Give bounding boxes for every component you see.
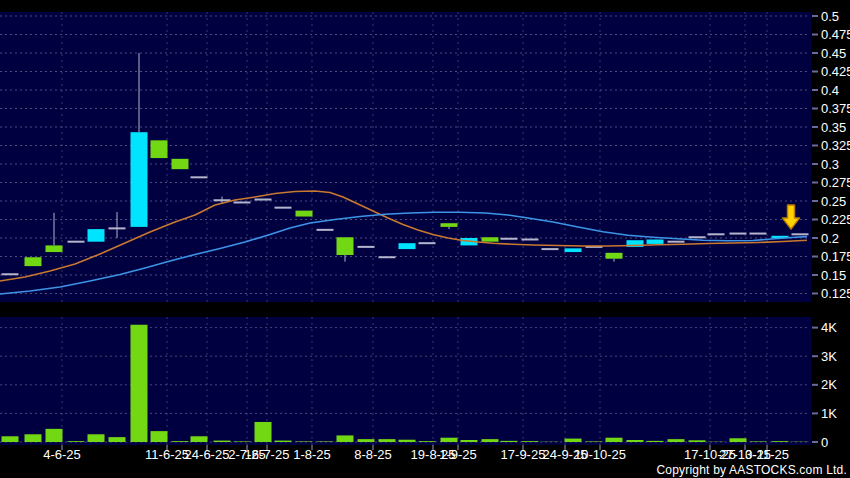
volume-bar: [68, 441, 85, 442]
candle-doji: [68, 241, 85, 243]
candle-down: [172, 159, 189, 169]
volume-bar: [151, 431, 168, 442]
price-axis-label: 0.35: [821, 120, 846, 135]
date-label: 16-7-25: [245, 447, 290, 462]
volume-bar: [647, 441, 664, 442]
candle-down: [337, 237, 354, 255]
candle-up: [88, 229, 105, 242]
price-axis-label: 0.425: [821, 64, 850, 79]
candle-doji: [255, 199, 272, 201]
candle-doji: [234, 201, 251, 203]
candle-up: [399, 243, 416, 249]
date-label: 11-6-25: [145, 447, 189, 462]
candle-doji: [792, 233, 809, 235]
candle-down: [606, 253, 623, 259]
candle-up: [565, 248, 582, 252]
date-label: 1-9-25: [439, 447, 477, 462]
volume-bar: [730, 438, 747, 442]
price-axis-label: 0.275: [821, 175, 850, 190]
price-axis-label: 0.125: [821, 286, 850, 301]
volume-bar: [131, 325, 148, 442]
price-axis-label: 0.175: [821, 249, 850, 264]
volume-bar: [234, 441, 251, 442]
candle-doji: [191, 176, 208, 178]
volume-bar: [772, 441, 789, 442]
volume-bar: [358, 439, 375, 442]
volume-bar: [25, 434, 42, 442]
candle-doji: [419, 242, 436, 244]
candle-down: [441, 223, 458, 227]
volume-axis-label: 1K: [821, 406, 837, 421]
volume-bar: [172, 441, 189, 442]
date-label: 8-8-25: [354, 447, 392, 462]
volume-bar: [461, 440, 478, 442]
candle-up: [647, 239, 664, 243]
price-axis-label: 0.475: [821, 27, 850, 42]
volume-bar: [586, 441, 603, 442]
candle-doji: [542, 248, 559, 250]
volume-bar: [419, 441, 436, 442]
candle-doji: [275, 207, 292, 209]
volume-bar: [565, 439, 582, 442]
volume-bar: [2, 436, 19, 442]
volume-axis-label: 2K: [821, 377, 837, 392]
price-axis-label: 0.25: [821, 194, 846, 209]
candle-doji: [750, 233, 767, 235]
volume-bar: [255, 422, 272, 442]
date-label: 1-8-25: [293, 447, 331, 462]
volume-bar: [689, 440, 706, 442]
candle-doji: [317, 229, 334, 231]
volume-bar: [275, 441, 292, 442]
candle-doji: [522, 238, 539, 240]
candle-doji: [501, 238, 518, 240]
candle-down: [151, 140, 168, 158]
price-axis-label: 0.225: [821, 212, 850, 227]
date-label: 17-9-25: [501, 447, 546, 462]
price-axis-label: 0.15: [821, 268, 846, 283]
candle-down: [296, 211, 313, 217]
volume-bar: [482, 439, 499, 442]
candle-up: [131, 132, 148, 227]
volume-bar: [399, 440, 416, 442]
candle-doji: [358, 246, 375, 248]
volume-bar: [296, 441, 313, 442]
volume-bar: [337, 435, 354, 442]
candle-down: [482, 237, 499, 241]
candle-doji: [730, 233, 747, 235]
volume-bar: [606, 438, 623, 442]
date-label: 10-10-25: [574, 447, 626, 462]
price-axis-label: 0.45: [821, 46, 846, 61]
price-panel-bg: [0, 12, 811, 302]
stock-chart-canvas: 0.50.4750.450.4250.40.3750.350.3250.30.2…: [0, 0, 850, 478]
price-axis-label: 0.4: [821, 83, 839, 98]
candle-doji: [708, 233, 725, 235]
price-axis-label: 0.5: [821, 9, 839, 24]
candle-doji: [668, 241, 685, 243]
volume-bar: [191, 436, 208, 442]
candle-doji: [2, 273, 19, 275]
price-axis-label: 0.375: [821, 101, 850, 116]
volume-bar: [750, 441, 767, 442]
volume-bar: [88, 434, 105, 442]
volume-bar: [441, 438, 458, 442]
candle-doji: [109, 227, 126, 229]
price-axis-label: 0.2: [821, 231, 839, 246]
volume-bar: [627, 440, 644, 442]
volume-axis-label: 0: [821, 435, 828, 450]
candle-down: [46, 245, 63, 252]
volume-panel-bg: [0, 317, 811, 445]
volume-bar: [501, 441, 518, 442]
date-label: 4-6-25: [43, 447, 81, 462]
volume-bar: [317, 441, 334, 442]
volume-bar: [522, 441, 539, 442]
candle-doji: [379, 256, 396, 258]
volume-bar: [214, 441, 231, 442]
date-label: 3-11-25: [745, 447, 789, 462]
volume-bar: [379, 439, 396, 442]
date-label: 24-6-25: [185, 447, 230, 462]
price-axis-label: 0.325: [821, 138, 850, 153]
volume-axis-label: 3K: [821, 349, 837, 364]
volume-axis-label: 4K: [821, 320, 837, 335]
candle-doji: [689, 236, 706, 238]
volume-bar: [668, 439, 685, 442]
